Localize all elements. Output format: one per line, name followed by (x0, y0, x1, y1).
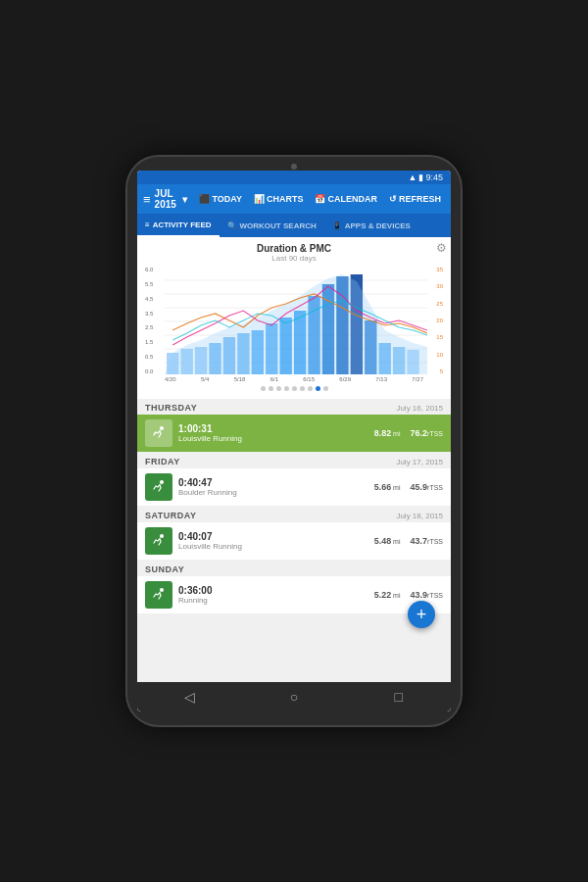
calendar-label: CALENDAR (327, 194, 377, 204)
battery-icon: ▮ (418, 172, 423, 182)
activity-time-friday-1: 0:40:47 (178, 477, 368, 488)
activity-distance-saturday-1: 5.48 mi (374, 536, 401, 546)
activity-icon-sunday-1 (145, 581, 172, 609)
activity-rss-sunday-1: 43.9rTSS (411, 590, 443, 600)
activity-info-friday-1: 0:40:47 Boulder Running (178, 477, 368, 497)
chart-dot-3[interactable] (276, 386, 281, 391)
month-button[interactable]: JUL 2015 ▾ (155, 188, 188, 210)
svg-point-28 (160, 588, 164, 592)
charts-label: CHARTS (267, 194, 304, 204)
chart-title: Duration & PMC (145, 243, 443, 254)
day-name-thursday: THURSDAY (145, 403, 197, 413)
time: 9:45 (425, 172, 443, 182)
menu-icon[interactable]: ≡ (143, 192, 151, 207)
secondary-nav: ≡ ACTIVITY FEED 🔍 WORKOUT SEARCH 📱 APPS … (137, 214, 451, 237)
day-name-sunday: SUNDAY (145, 564, 184, 574)
activity-icon-friday-1 (145, 473, 172, 501)
day-header-thursday: THURSDAY July 16, 2015 (137, 399, 451, 415)
day-header-friday: FRIDAY July 17, 2015 (137, 453, 451, 468)
today-label: TODAY (212, 194, 242, 204)
gear-icon[interactable]: ⚙ (436, 241, 447, 255)
home-icon: ○ (290, 689, 298, 705)
top-nav: ≡ JUL 2015 ▾ ⬛ TODAY 📊 CHARTS 📅 CALENDAR… (137, 184, 451, 214)
tab-workout-search[interactable]: 🔍 WORKOUT SEARCH (220, 214, 324, 237)
day-name-saturday: SATURDAY (145, 511, 197, 520)
recent-apps-button[interactable]: □ (384, 682, 414, 711)
chart-dot-8[interactable] (316, 386, 320, 391)
svg-point-27 (160, 534, 164, 538)
refresh-button[interactable]: ↺ REFRESH (385, 191, 445, 207)
chart-dot-4[interactable] (284, 386, 289, 391)
activity-name-saturday-1: Louisville Running (178, 542, 368, 551)
activity-row-saturday-1[interactable]: 0:40:07 Louisville Running 5.48 mi 43.7r… (137, 522, 451, 560)
chart-dot-1[interactable] (261, 386, 266, 391)
activity-stats-thursday-1: 8.82 mi 76.2rTSS (374, 428, 443, 438)
running-icon-friday (151, 479, 167, 495)
activity-row-friday-1[interactable]: 0:40:47 Boulder Running 5.66 mi 45.9rTSS (137, 468, 451, 506)
chart-dot-9[interactable] (323, 386, 328, 391)
day-date-thursday: July 16, 2015 (396, 404, 443, 413)
activity-info-saturday-1: 0:40:07 Louisville Running (178, 531, 368, 551)
running-icon-saturday (151, 533, 167, 549)
month-label: JUL 2015 (155, 188, 181, 210)
activity-icon-thursday-1 (145, 419, 172, 447)
svg-point-26 (160, 480, 164, 484)
home-button[interactable]: ○ (279, 682, 309, 711)
svg-point-25 (160, 426, 164, 430)
calendar-icon: 📅 (315, 194, 325, 204)
screen: ▲ ▮ 9:45 ≡ JUL 2015 ▾ ⬛ TODAY 📊 CHARTS 📅 (137, 171, 451, 711)
activity-stats-saturday-1: 5.48 mi 43.7rTSS (374, 536, 443, 546)
activity-stats-sunday-1: 5.22 mi 43.9rTSS (374, 590, 443, 600)
tab-apps-devices[interactable]: 📱 APPS & DEVICES (324, 214, 418, 237)
back-button[interactable]: ◁ (174, 682, 204, 711)
chart-dot-5[interactable] (292, 386, 297, 391)
day-section-saturday: SATURDAY July 18, 2015 0:40:07 Louisvill… (137, 507, 451, 560)
add-icon: + (416, 605, 427, 625)
activity-rss-friday-1: 45.9rTSS (411, 482, 443, 492)
back-icon: ◁ (184, 689, 195, 705)
chart-svg-container (165, 267, 427, 374)
activity-distance-friday-1: 5.66 mi (374, 482, 401, 492)
device-camera (291, 164, 297, 170)
chart-subtitle: Last 90 days (145, 254, 443, 263)
activity-time-saturday-1: 0:40:07 (178, 531, 368, 542)
activity-icon-saturday-1 (145, 527, 172, 555)
chart-pagination-dots (145, 382, 443, 395)
workout-search-label: WORKOUT SEARCH (240, 221, 317, 230)
chevron-down-icon: ▾ (182, 194, 187, 205)
chart-dot-6[interactable] (300, 386, 305, 391)
chart-container: 6.0 5.5 4.5 3.5 2.5 1.5 0.5 0.0 (145, 267, 443, 374)
workout-search-icon: 🔍 (227, 221, 237, 230)
today-button[interactable]: ⬛ TODAY (195, 191, 246, 207)
status-bar: ▲ ▮ 9:45 (137, 171, 451, 184)
chart-x-labels: 4/20 5/4 5/18 6/1 6/15 6/29 7/13 7/27 (145, 374, 443, 382)
activity-name-friday-1: Boulder Running (178, 488, 368, 497)
chart-dot-7[interactable] (308, 386, 313, 391)
tab-activity-feed[interactable]: ≡ ACTIVITY FEED (137, 214, 220, 237)
add-activity-fab[interactable]: + (408, 601, 435, 628)
activity-name-sunday-1: Running (178, 596, 368, 605)
activity-distance-sunday-1: 5.22 mi (374, 590, 401, 600)
activity-row-sunday-1[interactable]: 0:36:00 Running 5.22 mi 43.9rTSS (137, 576, 451, 613)
activity-info-sunday-1: 0:36:00 Running (178, 585, 368, 605)
charts-button[interactable]: 📊 CHARTS (250, 191, 308, 207)
activity-rss-saturday-1: 43.7rTSS (411, 536, 443, 546)
running-icon-sunday (151, 587, 167, 603)
activity-list: THURSDAY July 16, 2015 1:00:31 Louisvill… (137, 399, 451, 682)
activity-stats-friday-1: 5.66 mi 45.9rTSS (374, 482, 443, 492)
bottom-nav: ◁ ○ □ (137, 682, 451, 711)
device-frame: ▲ ▮ 9:45 ≡ JUL 2015 ▾ ⬛ TODAY 📊 CHARTS 📅 (127, 157, 461, 725)
chart-svg (165, 267, 427, 374)
day-section-sunday: SUNDAY 0:36:00 Running 5 (137, 561, 451, 613)
apps-devices-icon: 📱 (332, 221, 342, 230)
day-date-saturday: July 18, 2015 (396, 512, 443, 520)
activity-row-thursday-1[interactable]: 1:00:31 Louisville Running 8.82 mi 76.2r… (137, 415, 451, 452)
today-icon: ⬛ (199, 194, 210, 204)
day-section-friday: FRIDAY July 17, 2015 0:40:47 Boulder Run… (137, 453, 451, 506)
day-section-thursday: THURSDAY July 16, 2015 1:00:31 Louisvill… (137, 399, 451, 452)
chart-dot-2[interactable] (269, 386, 273, 391)
calendar-button[interactable]: 📅 CALENDAR (311, 191, 381, 207)
running-icon (151, 425, 167, 441)
day-header-sunday: SUNDAY (137, 561, 451, 576)
day-header-saturday: SATURDAY July 18, 2015 (137, 507, 451, 522)
